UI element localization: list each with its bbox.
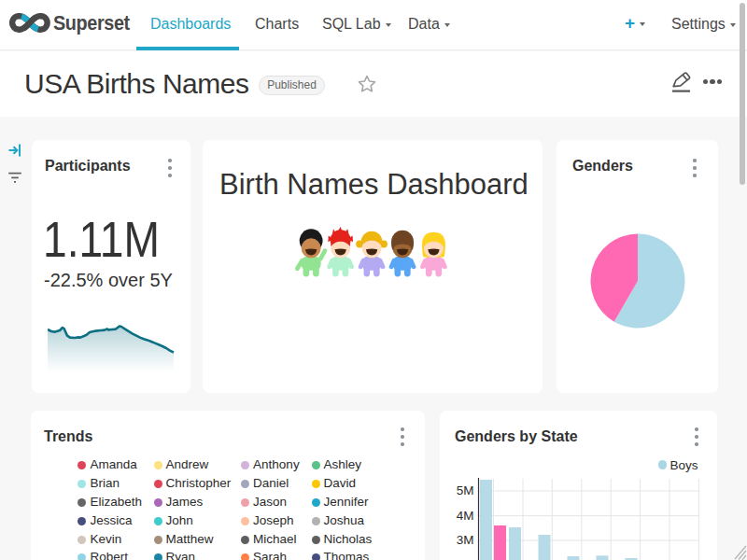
svg-text:4M: 4M [457,509,474,523]
svg-text:3M: 3M [457,533,474,547]
svg-text:5M: 5M [457,483,474,497]
